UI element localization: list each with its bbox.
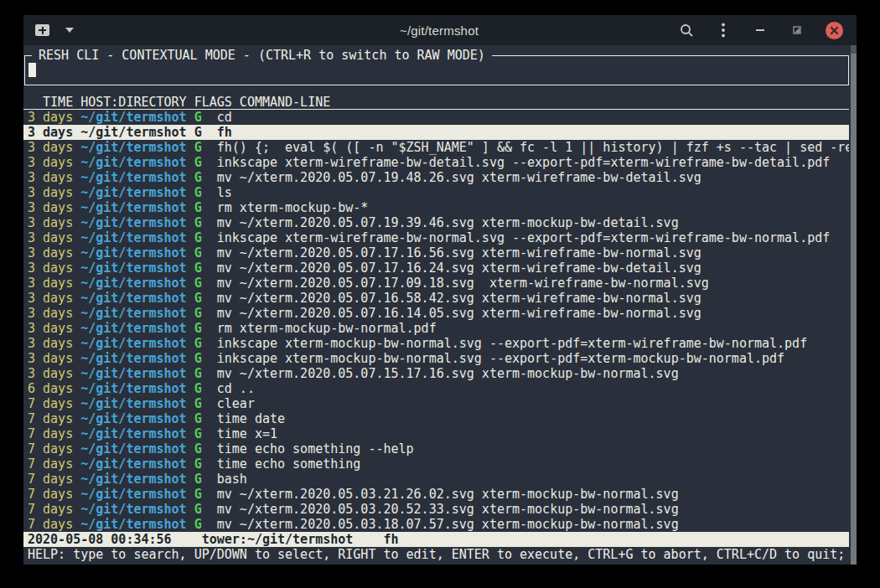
row-time: 7 days [28,396,73,411]
history-row[interactable]: 3 days ~/git/termshot G inkscape xterm-m… [23,351,849,366]
history-row[interactable]: 3 days ~/git/termshot G inkscape xterm-m… [23,336,849,351]
history-row[interactable]: 3 days ~/git/termshot G mv ~/xterm.2020.… [23,215,849,230]
row-flags: G [194,426,202,441]
row-directory: ~/git/termshot [80,215,186,230]
window-title: ~/git/termshot [220,23,659,38]
row-time: 3 days [28,351,73,366]
row-flags: G [194,155,202,170]
close-button[interactable] [826,22,843,39]
history-row[interactable]: 3 days ~/git/termshot G mv ~/xterm.2020.… [23,260,849,276]
search-input[interactable]: RESH CLI - CONTEXTUAL MODE - (CTRL+R to … [24,55,849,85]
row-directory: ~/git/termshot [80,396,186,411]
row-directory: ~/git/termshot [80,276,186,291]
scrollbar[interactable] [851,45,857,565]
row-flags: G [194,170,202,185]
tab-dropdown-button[interactable] [61,22,78,39]
row-flags: G [194,472,202,487]
history-row[interactable]: 3 days ~/git/termshot G inkscape xterm-w… [23,155,849,170]
row-flags: G [194,381,202,396]
restore-button[interactable] [789,22,805,39]
history-row[interactable]: 3 days ~/git/termshot G inkscape xterm-w… [23,230,849,245]
row-time: 7 days [28,426,73,441]
row-directory: ~/git/termshot [80,456,186,472]
menu-button[interactable] [715,22,732,39]
history-row[interactable]: 7 days ~/git/termshot G time echo someth… [23,441,849,456]
history-row[interactable]: 3 days ~/git/termshot G mv ~/xterm.2020.… [23,276,849,291]
search-button[interactable] [678,22,695,39]
new-tab-button[interactable] [35,24,49,36]
row-command: rm xterm-mockup-bw-normal.pdf [217,321,437,336]
row-directory: ~/git/termshot [80,125,186,140]
terminal-screen: RESH CLI - CONTEXTUAL MODE - (CTRL+R to … [23,45,857,565]
history-row[interactable]: 7 days ~/git/termshot G mv ~/xterm.2020.… [23,517,849,532]
row-directory: ~/git/termshot [80,230,186,245]
row-directory: ~/git/termshot [80,260,186,276]
row-command: mv ~/xterm.2020.05.03.21.26.02.svg xterm… [217,487,679,502]
history-row[interactable]: 6 days ~/git/termshot G cd .. [23,381,849,396]
history-row[interactable]: 3 days ~/git/termshot G rm xterm-mockup-… [23,200,849,215]
history-row[interactable]: 3 days ~/git/termshot G fh [23,125,849,140]
row-command: rm xterm-mockup-bw-* [217,200,369,215]
row-flags: G [194,351,202,366]
row-time: 7 days [28,456,73,472]
row-command: mv ~/xterm.2020.05.03.20.52.33.svg xterm… [217,502,679,517]
history-row[interactable]: 3 days ~/git/termshot G cd [23,110,849,125]
row-flags: G [194,502,202,517]
history-row[interactable]: 3 days ~/git/termshot G mv ~/xterm.2020.… [23,245,849,260]
row-flags: G [194,441,202,456]
row-command: time echo something [217,456,361,472]
history-row[interactable]: 7 days ~/git/termshot G time x=1 [23,426,849,441]
row-time: 3 days [28,336,73,351]
history-row[interactable]: 7 days ~/git/termshot G mv ~/xterm.2020.… [23,487,849,502]
row-directory: ~/git/termshot [80,381,186,396]
history-row[interactable]: 3 days ~/git/termshot G mv ~/xterm.2020.… [23,291,849,306]
row-flags: G [194,185,202,200]
row-directory: ~/git/termshot [80,336,186,351]
row-command: inkscape xterm-wireframe-bw-normal.svg -… [217,230,831,245]
row-command: clear [217,396,255,411]
history-row[interactable]: 7 days ~/git/termshot G mv ~/xterm.2020.… [23,502,849,517]
row-flags: G [194,291,202,306]
row-directory: ~/git/termshot [80,426,186,441]
history-row[interactable]: 3 days ~/git/termshot G fh() {; eval $( … [23,140,849,155]
history-row[interactable]: 3 days ~/git/termshot G mv ~/xterm.2020.… [23,170,849,185]
row-flags: G [194,245,202,260]
row-command: time date [217,411,285,426]
row-flags: G [194,411,202,426]
history-row[interactable]: 7 days ~/git/termshot G clear [23,396,849,411]
history-row[interactable]: 3 days ~/git/termshot G mv ~/xterm.2020.… [23,306,849,321]
row-directory: ~/git/termshot [80,321,186,336]
help-bar: HELP: type to search, UP/DOWN to select,… [23,547,849,562]
row-flags: G [194,456,202,472]
row-flags: G [194,321,202,336]
row-directory: ~/git/termshot [80,517,186,532]
row-time: 3 days [28,185,73,200]
row-command: time echo something --help [217,441,414,456]
row-command: ls [217,185,232,200]
titlebar[interactable]: ~/git/termshot [23,15,857,45]
history-row[interactable]: 3 days ~/git/termshot G ls [23,185,849,200]
minimize-button[interactable] [752,22,769,39]
row-time: 6 days [28,381,73,396]
row-time: 3 days [28,230,73,245]
row-flags: G [194,276,202,291]
history-row[interactable]: 3 days ~/git/termshot G rm xterm-mockup-… [23,321,849,336]
row-time: 3 days [28,245,73,260]
row-time: 7 days [28,487,73,502]
row-time: 3 days [28,170,73,185]
row-directory: ~/git/termshot [80,366,186,381]
row-flags: G [194,366,202,381]
row-directory: ~/git/termshot [80,441,186,456]
row-time: 3 days [28,260,73,276]
row-directory: ~/git/termshot [80,140,186,155]
history-row[interactable]: 7 days ~/git/termshot G time date [23,411,849,426]
row-command: mv ~/xterm.2020.05.07.16.14.05.svg xterm… [217,306,701,321]
row-directory: ~/git/termshot [80,170,186,185]
row-command: inkscape xterm-mockup-bw-normal.svg --ex… [217,351,784,366]
row-flags: G [194,306,202,321]
status-command: fh [383,532,398,547]
history-row[interactable]: 7 days ~/git/termshot G time echo someth… [23,456,849,472]
row-flags: G [194,336,202,351]
history-row[interactable]: 7 days ~/git/termshot G bash [23,472,849,487]
history-row[interactable]: 3 days ~/git/termshot G mv ~/xterm.2020.… [23,366,849,381]
